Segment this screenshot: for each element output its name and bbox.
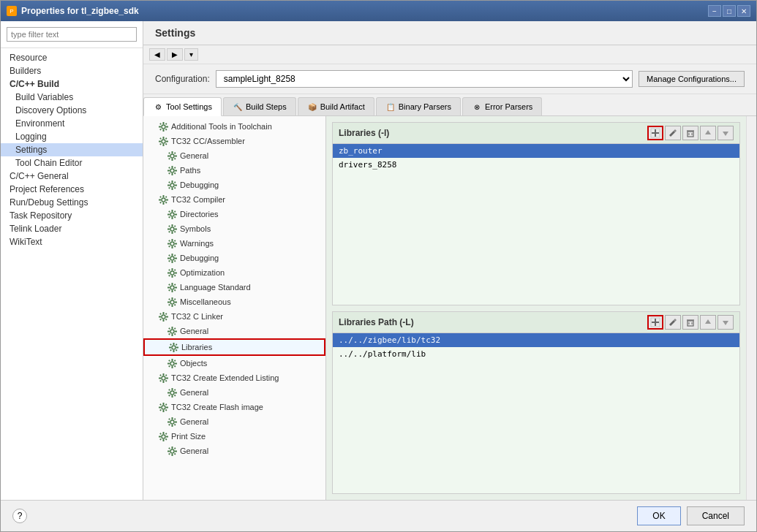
tool-tree-item-tc32-create-extended-listing[interactable]: TC32 Create Extended Listing [143, 370, 325, 385]
tool-tree-item-print-size[interactable]: Print Size [143, 429, 325, 444]
sidebar-item-resource[interactable]: Resource [1, 51, 143, 64]
tool-tree-item-tc32-cc/assembler[interactable]: TC32 CC/Assembler [143, 134, 325, 148]
tool-tree-item-libraries[interactable]: Libraries [143, 338, 325, 356]
tool-tree-item-paths[interactable]: Paths [143, 163, 325, 178]
sidebar-item-logging[interactable]: Logging [1, 130, 143, 143]
tool-tree-item-symbols[interactable]: Symbols [143, 221, 325, 236]
svg-rect-4 [166, 126, 168, 127]
libpath-add-button[interactable] [647, 315, 663, 330]
svg-point-81 [170, 256, 174, 260]
tab-build-artifact[interactable]: 📦Build Artifact [298, 97, 374, 115]
sidebar-item-telink-loader[interactable]: Telink Loader [1, 222, 143, 235]
libraries-section: Libraries (-l) [332, 122, 740, 305]
close-button[interactable]: ✕ [737, 5, 750, 17]
tool-tree-item-general[interactable]: General [143, 385, 325, 400]
forward-button[interactable]: ▶ [167, 48, 183, 61]
lib-item-zb_router[interactable]: zb_router [333, 144, 739, 158]
lib-item-drivers_8258[interactable]: drivers_8258 [333, 158, 739, 172]
svg-point-27 [170, 169, 174, 172]
tool-tree-item-general[interactable]: General [143, 324, 325, 338]
libpath-edit-button[interactable] [665, 315, 681, 330]
svg-rect-102 [167, 286, 170, 288]
tool-tree-item-general[interactable]: General [143, 148, 325, 163]
libpath-item-------zigbee-lib-tc32[interactable]: ../../zigbee/lib/tc32 [333, 333, 739, 347]
libraries-list: zb_routerdrivers_8258 [333, 144, 739, 305]
tab-label-build-steps: Build Steps [246, 102, 287, 111]
right-scrollbar[interactable] [746, 116, 756, 500]
sidebar-item-build-variables[interactable]: Build Variables [1, 91, 143, 104]
help-button[interactable]: ? [12, 509, 27, 523]
svg-rect-156 [159, 377, 161, 379]
svg-rect-139 [176, 346, 178, 348]
sidebar-item-wikitext[interactable]: WikiText [1, 235, 143, 248]
sidebar-item-project-references[interactable]: Project References [1, 183, 143, 196]
manage-config-button[interactable]: Manage Configurations... [639, 71, 745, 87]
svg-rect-65 [171, 232, 173, 234]
lib-delete-button[interactable] [682, 126, 698, 140]
svg-point-180 [170, 420, 174, 424]
lib-down-button[interactable] [718, 126, 734, 140]
tool-tree-item-general[interactable]: General [143, 444, 325, 458]
svg-rect-190 [162, 432, 164, 434]
tab-tool-settings[interactable]: ⚙Tool Settings [143, 97, 222, 116]
libpath-up-button[interactable] [700, 315, 716, 330]
config-row: Configuration: sampleLight_8258 Manage C… [143, 64, 756, 94]
svg-rect-60 [173, 210, 176, 213]
svg-marker-215 [723, 132, 728, 136]
tool-tree-item-optimization[interactable]: Optimization [143, 265, 325, 280]
svg-rect-95 [168, 269, 170, 271]
tool-tree-item-debugging[interactable]: Debugging [143, 178, 325, 192]
tool-tree-item-additional-tools-in-toolchain[interactable]: Additional Tools in Toolchain [143, 119, 325, 134]
sidebar-item-task-repository[interactable]: Task Repository [1, 209, 143, 222]
svg-rect-176 [159, 403, 162, 406]
tool-tree-item-tc32-compiler[interactable]: TC32 Compiler [143, 192, 325, 207]
sidebar-item-c/c++-build[interactable]: C/C++ Build [1, 77, 143, 91]
tab-binary-parsers[interactable]: 📋Binary Parsers [376, 97, 461, 115]
lib-up-button[interactable] [700, 126, 716, 140]
tool-tree-item-tc32-create-flash-image[interactable]: TC32 Create Flash image [143, 400, 325, 414]
lib-edit-button[interactable] [665, 126, 681, 140]
tool-tree-item-miscellaneous[interactable]: Miscellaneous [143, 294, 325, 309]
sidebar-item-tool-chain-editor[interactable]: Tool Chain Editor [1, 156, 143, 170]
tool-tree-item-debugging[interactable]: Debugging [143, 251, 325, 265]
tool-tree-item-general[interactable]: General [143, 414, 325, 429]
sidebar-item-c/c++-general[interactable]: C/C++ General [1, 170, 143, 183]
sidebar-item-settings[interactable]: Settings [1, 143, 143, 156]
ok-button[interactable]: OK [637, 506, 680, 525]
tool-tree-item-tc32-c-linker[interactable]: TC32 C Linker [143, 309, 325, 324]
tool-icon [167, 224, 177, 234]
sidebar-item-discovery-options[interactable]: Discovery Options [1, 104, 143, 117]
svg-rect-48 [159, 199, 161, 200]
svg-rect-124 [159, 318, 162, 320]
maximize-button[interactable]: □ [723, 5, 736, 17]
cancel-button[interactable]: Cancel [687, 506, 745, 525]
libpath-down-button[interactable] [718, 315, 734, 330]
libpath-item-------platform-lib[interactable]: ../../platform/lib [333, 347, 739, 361]
tab-error-parsers[interactable]: ⊗Error Parsers [462, 97, 542, 115]
sidebar-item-builders[interactable]: Builders [1, 64, 143, 77]
sidebar-item-environment[interactable]: Environment [1, 117, 143, 130]
svg-rect-114 [173, 298, 176, 300]
lib-add-button[interactable] [647, 126, 663, 140]
back-button[interactable]: ◀ [149, 48, 165, 61]
tab-build-steps[interactable]: 🔨Build Steps [223, 97, 296, 115]
tool-tree-item-objects[interactable]: Objects [143, 356, 325, 370]
svg-rect-96 [173, 269, 176, 271]
libpath-delete-button[interactable] [682, 315, 698, 330]
tool-tree-item-directories[interactable]: Directories [143, 207, 325, 221]
svg-point-36 [170, 183, 174, 187]
filter-input[interactable] [7, 27, 137, 42]
svg-rect-14 [159, 137, 162, 140]
tool-tree-item-language-standard[interactable]: Language Standard [143, 280, 325, 294]
svg-rect-128 [171, 334, 173, 336]
minimize-button[interactable]: − [708, 5, 721, 17]
svg-point-72 [170, 242, 174, 246]
sidebar-item-run/debug-settings[interactable]: Run/Debug Settings [1, 196, 143, 209]
svg-rect-202 [175, 450, 177, 452]
svg-marker-214 [705, 130, 711, 134]
tool-tree-item-warnings[interactable]: Warnings [143, 236, 325, 251]
svg-rect-145 [171, 359, 173, 361]
dropdown-button[interactable]: ▾ [184, 48, 198, 61]
tool-tree: Additional Tools in Toolchain TC32 CC/As… [143, 116, 326, 500]
config-select[interactable]: sampleLight_8258 [216, 70, 633, 88]
